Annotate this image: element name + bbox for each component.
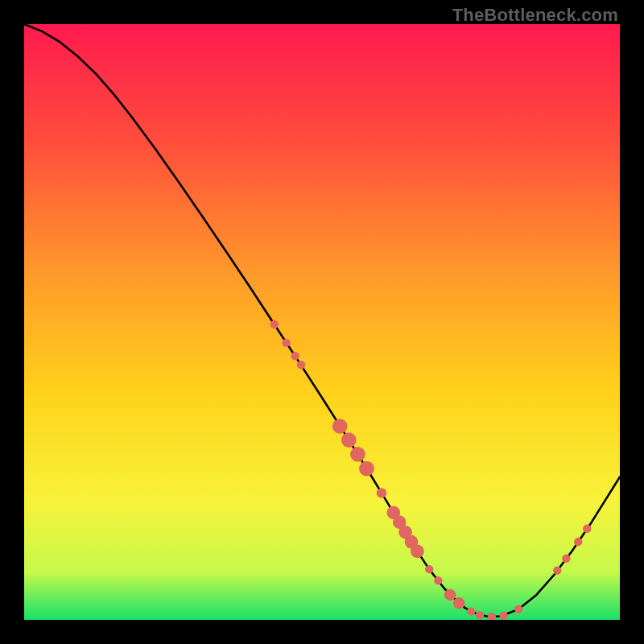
watermark-text: TheBottleneck.com bbox=[452, 5, 618, 26]
curve-dot bbox=[341, 432, 357, 448]
curve-dot bbox=[574, 538, 582, 546]
curve-dot bbox=[444, 589, 456, 601]
curve-dots bbox=[270, 320, 592, 620]
curve-dot bbox=[467, 607, 475, 615]
curve-dot bbox=[377, 488, 386, 497]
curve-dot bbox=[562, 555, 570, 563]
curve-dot bbox=[282, 339, 290, 347]
curve-dot bbox=[434, 576, 442, 584]
curve-dot bbox=[514, 605, 522, 613]
curve-dot bbox=[583, 525, 591, 533]
curve-dot bbox=[488, 613, 496, 620]
curve-dot bbox=[476, 611, 484, 619]
curve-dot bbox=[350, 447, 365, 462]
curve-layer bbox=[24, 24, 620, 620]
chart-stage: TheBottleneck.com bbox=[0, 0, 644, 644]
curve-dot bbox=[425, 565, 433, 573]
curve-dot bbox=[411, 545, 424, 559]
curve-dot bbox=[500, 612, 508, 620]
curve-dot bbox=[297, 361, 305, 369]
bottleneck-curve bbox=[24, 24, 620, 617]
curve-dot bbox=[270, 320, 279, 328]
plot-area bbox=[24, 24, 620, 620]
curve-dot bbox=[553, 566, 561, 574]
curve-dot bbox=[291, 352, 299, 360]
curve-dot bbox=[359, 461, 374, 477]
curve-dot bbox=[332, 419, 348, 434]
curve-dot bbox=[453, 597, 465, 609]
